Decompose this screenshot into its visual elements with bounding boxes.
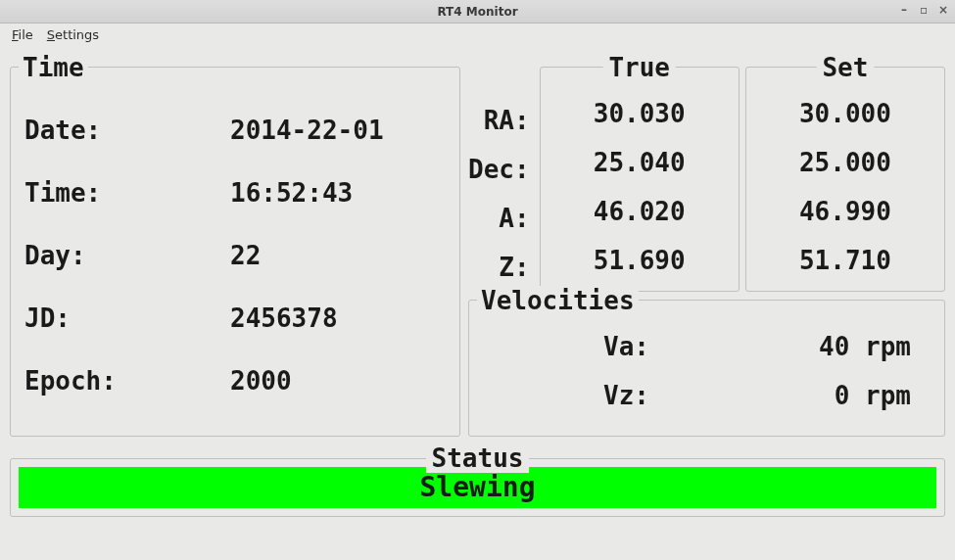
a-label: A: xyxy=(468,194,530,243)
jd-label: JD: xyxy=(24,303,230,333)
velocities-title: Velocities xyxy=(477,286,639,315)
epoch-value: 2000 xyxy=(230,366,292,396)
day-label: Day: xyxy=(24,241,230,270)
true-a-value: 46.020 xyxy=(550,187,729,236)
status-value: Slewing xyxy=(19,467,936,508)
set-title: Set xyxy=(816,53,874,82)
true-dec-value: 25.040 xyxy=(550,138,729,187)
status-panel: Status Slewing xyxy=(10,458,945,517)
date-value: 2014-22-01 xyxy=(230,116,384,145)
z-label: Z: xyxy=(468,243,530,292)
set-dec-value: 25.000 xyxy=(756,138,934,187)
day-value: 22 xyxy=(230,241,261,270)
maximize-icon[interactable]: ▫ xyxy=(916,4,931,18)
window-controls: – ▫ × xyxy=(896,4,951,18)
vz-value: 0 rpm xyxy=(659,381,931,410)
menu-file[interactable]: File xyxy=(6,25,39,44)
status-title: Status xyxy=(426,443,530,473)
vz-label: Vz: xyxy=(483,381,659,410)
time-panel-title: Time xyxy=(19,53,88,82)
true-ra-value: 30.030 xyxy=(550,89,729,138)
time-label: Time: xyxy=(24,178,230,208)
date-label: Date: xyxy=(24,116,230,145)
set-column: Set 30.000 25.000 46.990 51.710 xyxy=(745,67,945,292)
menu-file-rest: ile xyxy=(19,27,33,42)
window-title: RT4 Monitor xyxy=(437,5,517,19)
coordinates-panel: RA: Dec: A: Z: True 30.030 25.040 46.020… xyxy=(468,67,945,292)
set-a-value: 46.990 xyxy=(756,187,934,236)
menu-settings[interactable]: Settings xyxy=(41,25,105,44)
menubar: File Settings xyxy=(0,23,955,45)
va-value: 40 rpm xyxy=(659,332,931,361)
epoch-label: Epoch: xyxy=(24,366,230,396)
time-value: 16:52:43 xyxy=(230,178,353,208)
true-column: True 30.030 25.040 46.020 51.690 xyxy=(540,67,740,292)
va-label: Va: xyxy=(483,332,659,361)
true-z-value: 51.690 xyxy=(550,236,729,285)
time-panel: Time Date: 2014-22-01 Time: 16:52:43 Day… xyxy=(10,67,460,437)
velocities-panel: Velocities Va: 40 rpm Vz: 0 rpm xyxy=(468,300,945,437)
window-titlebar: RT4 Monitor – ▫ × xyxy=(0,0,955,23)
set-z-value: 51.710 xyxy=(756,236,934,285)
minimize-icon[interactable]: – xyxy=(896,4,912,18)
set-ra-value: 30.000 xyxy=(756,89,934,138)
content-area: Time Date: 2014-22-01 Time: 16:52:43 Day… xyxy=(0,45,955,560)
ra-label: RA: xyxy=(468,96,530,145)
true-title: True xyxy=(602,53,676,82)
dec-label: Dec: xyxy=(468,145,530,194)
close-icon[interactable]: × xyxy=(935,4,951,18)
menu-settings-rest: ettings xyxy=(55,27,99,42)
jd-value: 2456378 xyxy=(230,303,338,333)
